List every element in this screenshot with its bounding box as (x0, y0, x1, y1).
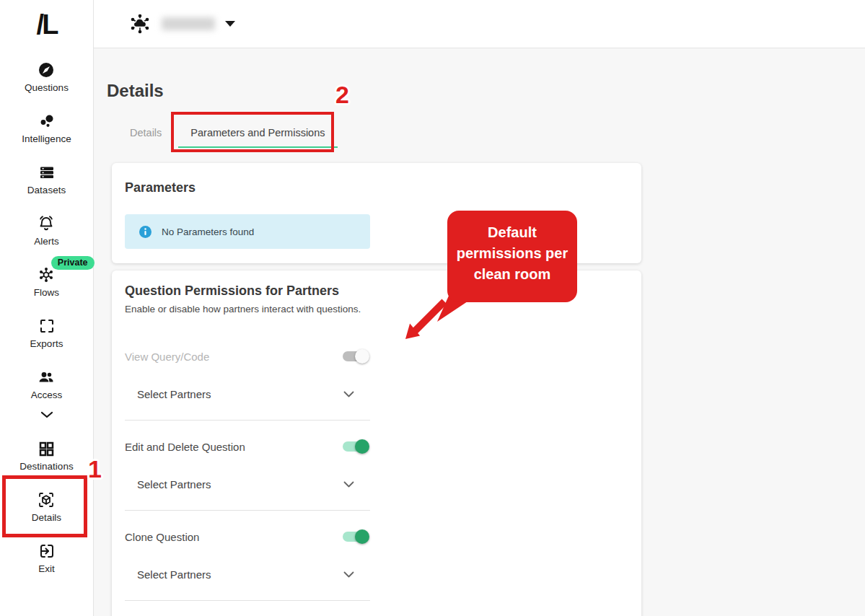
info-icon (139, 226, 152, 238)
expand-corners-icon (38, 317, 56, 335)
parameters-title: Parameters (125, 180, 627, 195)
sidebar-item-exports[interactable]: Exports (30, 317, 63, 349)
sidebar-item-intelligence[interactable]: Intelligence (22, 112, 71, 144)
annotation-callout: Default permissions per clean room (447, 211, 577, 302)
top-header (94, 0, 865, 48)
info-banner-text: No Parameters found (162, 226, 254, 237)
toggle-knob (355, 529, 369, 544)
tab-details[interactable]: Details (115, 116, 176, 148)
permission-rows: View Query/Code Select Partners Edi (125, 348, 370, 601)
select-partners-dropdown[interactable]: Select Partners (125, 385, 370, 402)
server-icon (38, 163, 56, 182)
chevron-down-icon (343, 391, 354, 397)
sidebar-item-alerts[interactable]: Alerts (34, 214, 59, 247)
sidebar-item-label: Details (32, 512, 61, 523)
sidebar-item-label: Datasets (27, 185, 66, 195)
exit-icon (38, 542, 56, 560)
workspace-name-redacted (162, 17, 215, 30)
edit-delete-question-toggle[interactable] (343, 441, 367, 452)
select-partners-dropdown[interactable]: Select Partners (125, 475, 370, 493)
sidebar-item-label: Destinations (19, 461, 73, 472)
main-content: Details Details Parameters and Permissio… (94, 48, 865, 616)
app-logo: /L (37, 7, 57, 42)
sidebar-item-label: Questions (25, 82, 69, 93)
sidebar-item-label: Exports (30, 338, 63, 349)
select-partners-label: Select Partners (137, 478, 211, 490)
toggle-knob (355, 349, 369, 364)
sidebar: /L Questions Intelligence (0, 0, 94, 616)
compass-icon (37, 61, 56, 79)
question-permissions-subtitle: Enable or disable how partners interact … (125, 304, 627, 314)
page-title: Details (107, 81, 865, 101)
permission-label: Edit and Delete Question (125, 441, 245, 453)
sidebar-item-label: Alerts (34, 236, 59, 247)
cloud-network-icon (128, 12, 152, 35)
bell-icon (37, 214, 56, 233)
sidebar-item-questions[interactable]: Questions (25, 61, 69, 93)
tab-bar: Details Parameters and Permissions (115, 116, 865, 148)
question-permissions-card: Question Permissions for Partners Enable… (112, 270, 641, 616)
page: /L Questions Intelligence (0, 0, 865, 616)
private-badge: Private (51, 256, 95, 270)
sidebar-item-label: Flows (34, 287, 59, 298)
sidebar-item-exit[interactable]: Exit (38, 542, 56, 574)
permission-label: Clone Question (125, 531, 199, 543)
clone-question-toggle[interactable] (343, 532, 367, 542)
sidebar-item-label: Intelligence (22, 133, 71, 144)
chevron-down-icon (343, 481, 354, 488)
sidebar-item-datasets[interactable]: Datasets (27, 163, 66, 195)
annotation-step-2: 2 (335, 82, 349, 107)
sidebar-item-flows[interactable]: Private Flows (34, 265, 59, 298)
view-query-code-toggle[interactable] (343, 351, 367, 361)
permission-row-clone-question: Clone Question Select Partners (125, 511, 370, 601)
cube-scan-icon (37, 490, 56, 509)
sidebar-item-destinations[interactable]: Destinations (19, 439, 73, 472)
sidebar-item-label: Exit (38, 563, 55, 574)
caret-down-icon[interactable] (225, 21, 235, 27)
chevron-down-icon (38, 409, 56, 421)
select-partners-dropdown[interactable]: Select Partners (125, 566, 370, 583)
select-partners-label: Select Partners (137, 388, 211, 400)
dots-icon (38, 112, 56, 131)
info-banner: No Parameters found (125, 214, 370, 249)
sidebar-item-access[interactable]: Access (31, 368, 63, 400)
grid-icon (37, 439, 56, 458)
permission-row-view-query-code: View Query/Code Select Partners (125, 348, 370, 421)
permission-row-edit-delete-question: Edit and Delete Question Select Partners (125, 421, 370, 511)
people-icon (37, 368, 56, 387)
sidebar-item-label: Access (31, 390, 63, 400)
sidebar-item-details[interactable]: Details (32, 490, 61, 523)
chevron-down-icon (343, 571, 354, 578)
content-column: Details Details Parameters and Permissio… (94, 0, 865, 616)
tab-parameters-and-permissions[interactable]: Parameters and Permissions (176, 116, 339, 148)
permission-label: View Query/Code (125, 351, 209, 363)
toggle-knob (355, 439, 369, 454)
sidebar-collapse-chevron[interactable] (38, 409, 56, 421)
annotation-step-1: 1 (88, 457, 102, 481)
select-partners-label: Select Partners (137, 568, 211, 581)
